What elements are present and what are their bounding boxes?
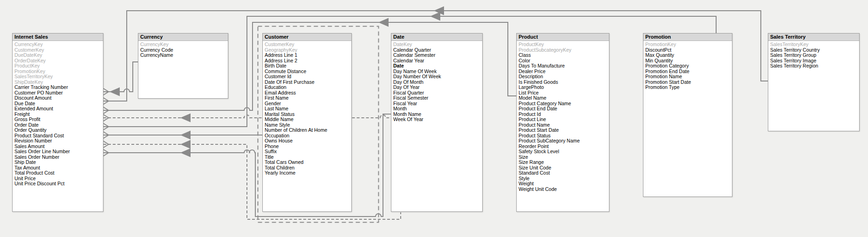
field-label[interactable]: Fiscal Quarter xyxy=(391,90,482,96)
diagram-canvas[interactable]: Internet Sales CurrencyKeyCustomerKeyDue… xyxy=(0,0,868,237)
field-label[interactable]: Day Name Of Week xyxy=(391,69,482,74)
field-label[interactable]: Owns House xyxy=(263,138,351,144)
field-label[interactable]: Size Range xyxy=(517,160,609,165)
field-label[interactable]: ProductKey xyxy=(517,42,609,47)
field-label[interactable]: DueDateKey xyxy=(13,53,103,58)
field-label[interactable]: Sales Amount xyxy=(13,144,103,149)
field-label[interactable]: Marital Status xyxy=(263,112,351,117)
field-label[interactable]: Occupation xyxy=(263,133,351,139)
field-label[interactable]: GeographyKey xyxy=(263,47,351,53)
field-label[interactable]: Date Of First Purchase xyxy=(263,80,351,85)
field-label[interactable]: Description xyxy=(517,74,609,80)
field-label[interactable]: Promotion Type xyxy=(643,85,732,90)
field-label[interactable]: Sales Order Line Number xyxy=(13,149,103,155)
field-label[interactable]: Yearly Income xyxy=(263,170,351,176)
field-label[interactable]: OrderDateKey xyxy=(13,58,103,64)
field-label[interactable]: Week Of Year xyxy=(391,117,482,122)
field-label[interactable]: Number of Children At Home xyxy=(263,128,351,133)
field-label[interactable]: Order Date xyxy=(13,122,103,128)
field-label[interactable]: Birth Date xyxy=(263,63,351,69)
field-label[interactable]: Sales Territory Country xyxy=(768,47,859,53)
field-label[interactable]: Carrier Tracking Number xyxy=(13,85,103,90)
field-label[interactable]: Weight Unit Code xyxy=(517,187,609,192)
field-label[interactable]: Sales Territory Group xyxy=(768,53,859,58)
table-title[interactable]: Customer xyxy=(263,34,351,41)
table-date[interactable]: Date DateKeyCalendar QuarterCalendar Sem… xyxy=(391,33,483,212)
field-label[interactable]: Order Quantity xyxy=(13,128,103,133)
field-label[interactable]: Product Line xyxy=(517,117,609,122)
table-promotion[interactable]: Promotion PromotionKeyDiscountPctMax Qua… xyxy=(643,33,732,197)
field-label[interactable]: Month Name xyxy=(391,112,482,117)
field-label[interactable]: ProductKey xyxy=(13,63,103,69)
field-label[interactable]: Calendar Year xyxy=(391,58,482,64)
relationship-line-internet-sales-currency[interactable] xyxy=(103,62,138,92)
field-label[interactable]: Fiscal Semester xyxy=(391,95,482,101)
field-label[interactable]: Max Quantity xyxy=(643,53,732,58)
field-label[interactable]: DateKey xyxy=(391,42,482,47)
table-title[interactable]: Currency xyxy=(138,34,228,41)
table-product[interactable]: Product ProductKeyProductSubcategoryKeyC… xyxy=(516,33,609,212)
field-label[interactable]: SalesTerritoryKey xyxy=(768,42,859,47)
field-label[interactable]: Gross Profit xyxy=(13,117,103,122)
field-label[interactable]: Promotion Category xyxy=(643,63,732,69)
field-label[interactable]: Total Children xyxy=(263,165,351,171)
field-label[interactable]: Revision Number xyxy=(13,138,103,144)
field-label[interactable]: Unit Price Discount Pct xyxy=(13,181,103,187)
field-label[interactable]: PromotionKey xyxy=(643,42,732,47)
field-label[interactable]: Color xyxy=(517,58,609,64)
field-label[interactable]: ProductSubcategoryKey xyxy=(517,47,609,53)
field-label[interactable]: CurrencyKey xyxy=(138,42,228,47)
field-label[interactable]: Class xyxy=(517,53,609,58)
field-label[interactable]: Education xyxy=(263,85,351,90)
field-label[interactable]: Email Address xyxy=(263,90,351,96)
field-label[interactable]: Day Of Year xyxy=(391,85,482,90)
field-label[interactable]: Days To Manufacture xyxy=(517,63,609,69)
field-label[interactable]: Safety Stock Level xyxy=(517,149,609,155)
field-label[interactable]: Dealer Price xyxy=(517,69,609,74)
table-currency[interactable]: Currency CurrencyKeyCurrency CodeCurrenc… xyxy=(138,33,228,99)
field-label[interactable]: Title xyxy=(263,155,351,160)
field-label[interactable]: Product Standard Cost xyxy=(13,133,103,139)
field-label[interactable]: Min Quantity xyxy=(643,58,732,64)
field-label[interactable]: Product Id xyxy=(517,112,609,117)
table-customer[interactable]: Customer CustomerKeyGeographyKeyAddress … xyxy=(262,33,352,212)
field-label[interactable]: Freight xyxy=(13,112,103,117)
field-label[interactable]: Discount Amount xyxy=(13,95,103,101)
field-label[interactable]: Fiscal Year xyxy=(391,101,482,107)
field-label[interactable]: Sales Order Number xyxy=(13,155,103,160)
field-label[interactable]: Weight xyxy=(517,181,609,187)
field-label[interactable]: Month xyxy=(391,106,482,112)
table-sales-territory[interactable]: Sales Territory SalesTerritoryKeySales T… xyxy=(768,33,860,131)
field-label[interactable]: Currency Code xyxy=(138,47,228,53)
field-label[interactable]: Date xyxy=(391,63,482,69)
field-label[interactable]: Calendar Quarter xyxy=(391,47,482,53)
field-label[interactable]: CustomerKey xyxy=(13,47,103,53)
field-label[interactable]: ShipDateKey xyxy=(13,80,103,85)
field-label[interactable]: Day Number Of Week xyxy=(391,74,482,80)
field-label[interactable]: Address Line 1 xyxy=(263,53,351,58)
field-label[interactable]: List Price xyxy=(517,90,609,96)
table-title[interactable]: Sales Territory xyxy=(768,34,859,41)
field-label[interactable]: Promotion Name xyxy=(643,74,732,80)
field-label[interactable]: PromotionKey xyxy=(13,69,103,74)
field-label[interactable]: SalesTerritoryKey xyxy=(13,74,103,80)
field-label[interactable]: Standard Cost xyxy=(517,170,609,176)
table-title[interactable]: Product xyxy=(517,34,609,41)
table-title[interactable]: Promotion xyxy=(643,34,732,41)
field-label[interactable]: Calendar Semester xyxy=(391,53,482,58)
field-label[interactable]: Extended Amount xyxy=(13,106,103,112)
field-label[interactable]: Name Style xyxy=(263,122,351,128)
field-label[interactable]: Phone xyxy=(263,144,351,149)
field-label[interactable]: Customer Id xyxy=(263,74,351,80)
field-label[interactable]: Ship Date xyxy=(13,160,103,165)
field-label[interactable]: Is Finished Goods xyxy=(517,80,609,85)
field-label[interactable]: Commute Distance xyxy=(263,69,351,74)
field-label[interactable]: Due Date xyxy=(13,101,103,107)
field-label[interactable]: Gender xyxy=(263,101,351,107)
field-label[interactable]: First Name xyxy=(263,95,351,101)
field-label[interactable]: Tax Amount xyxy=(13,165,103,171)
field-label[interactable]: Reorder Point xyxy=(517,144,609,149)
field-label[interactable]: Promotion End Date xyxy=(643,69,732,74)
field-label[interactable]: Day Of Month xyxy=(391,80,482,85)
field-label[interactable]: Product Category Name xyxy=(517,101,609,107)
